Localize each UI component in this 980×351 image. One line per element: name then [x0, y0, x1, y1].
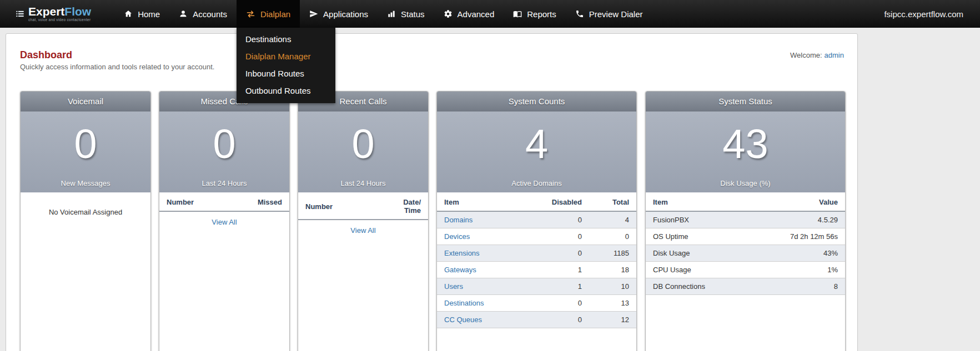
voicemail-card-title: Voicemail — [21, 91, 150, 111]
total-value: 10 — [589, 278, 636, 295]
nav-item-preview-dialer[interactable]: Preview Dialer — [566, 0, 652, 28]
dropdown-item-dialplan-manager[interactable]: Dialplan Manager — [237, 48, 335, 65]
book-icon — [513, 9, 522, 18]
recent-calls-hero: 0 Last 24 Hours — [298, 111, 428, 192]
item-link-devices[interactable]: Devices — [444, 232, 470, 241]
table-row: Disk Usage 43% — [646, 245, 845, 262]
table-row: CPU Usage 1% — [646, 262, 845, 278]
table-row: OS Uptime 7d 2h 12m 56s — [646, 228, 845, 245]
system-counts-card-title: System Counts — [437, 91, 636, 111]
nav-item-label: Applications — [323, 9, 368, 19]
system-counts-table: Item Disabled Total Domains 0 4 Devices … — [437, 192, 636, 328]
total-value: 13 — [589, 295, 636, 312]
recent-calls-view-all: View All — [298, 220, 428, 241]
recent-calls-card: Recent Calls 0 Last 24 Hours Number Date… — [298, 91, 429, 351]
system-counts-hero: 4 Active Domains — [437, 111, 636, 192]
dropdown-item-inbound-routes[interactable]: Inbound Routes — [237, 65, 335, 82]
status-item: FusionPBX — [646, 211, 773, 228]
column-header: Missed — [227, 192, 289, 211]
voicemail-card: Voicemail 0 New Messages No Voicemail As… — [20, 91, 151, 351]
gear-icon — [444, 9, 453, 18]
nav-item-label: Dialplan — [260, 9, 290, 19]
bar-chart-icon — [387, 9, 396, 18]
page-title: Dashboard — [20, 49, 72, 61]
system-counts-card: System Counts 4 Active Domains Item Disa… — [436, 91, 637, 351]
system-status-hero: 43 Disk Usage (%) — [646, 111, 845, 192]
missed-calls-card: Missed Calls 0 Last 24 Hours Number Miss… — [159, 91, 290, 351]
dropdown-item-destinations[interactable]: Destinations — [237, 30, 335, 48]
paper-plane-icon — [309, 9, 318, 18]
missed-calls-view-all: View All — [159, 212, 289, 232]
total-value: 0 — [589, 228, 636, 245]
nav-item-dialplan[interactable]: Dialplan Destinations Dialplan Manager I… — [237, 0, 300, 28]
welcome-user-link[interactable]: admin — [825, 51, 844, 59]
voicemail-count: 0 — [21, 111, 150, 165]
nav-item-home[interactable]: Home — [114, 0, 169, 28]
total-value: 12 — [589, 312, 636, 328]
item-link-gateways[interactable]: Gateways — [444, 266, 476, 274]
recent-calls-table: Number Date/ Time — [298, 192, 428, 220]
column-header: Value — [773, 192, 845, 211]
status-value: 8 — [773, 278, 845, 295]
voicemail-hero: 0 New Messages — [21, 111, 150, 192]
recent-calls-count-label: Last 24 Hours — [298, 179, 428, 187]
top-navbar: ExpertFlow chat, voice and video contact… — [0, 0, 980, 28]
table-row: Destinations 0 13 — [437, 295, 636, 312]
item-link-destinations[interactable]: Destinations — [444, 299, 484, 307]
nav-item-label: Reports — [527, 9, 556, 19]
table-row: FusionPBX 4.5.29 — [646, 211, 845, 228]
table-row: Extensions 0 1185 — [437, 245, 636, 262]
status-value: 1% — [773, 262, 845, 278]
item-link-extensions[interactable]: Extensions — [444, 249, 480, 257]
nav-item-label: Preview Dialer — [589, 9, 643, 19]
status-item: OS Uptime — [646, 228, 773, 245]
view-all-link[interactable]: View All — [350, 226, 375, 235]
menu-list-icon — [16, 9, 24, 18]
column-header: Item — [646, 192, 773, 211]
server-domain: fsipcc.expertflow.com — [884, 9, 963, 19]
brand-logo[interactable]: ExpertFlow chat, voice and video contact… — [16, 6, 91, 22]
missed-calls-hero: 0 Last 24 Hours — [159, 111, 289, 192]
disabled-value: 0 — [539, 228, 589, 245]
view-all-link[interactable]: View All — [212, 218, 237, 226]
column-header: Date/ Time — [371, 192, 428, 220]
main-nav: Home Accounts Dialplan Destinations Dial… — [114, 0, 652, 28]
brand-tagline: chat, voice and video contactcenter — [28, 18, 91, 22]
disabled-value: 0 — [539, 211, 589, 228]
item-link-domains[interactable]: Domains — [444, 216, 473, 224]
item-link-users[interactable]: Users — [444, 282, 463, 291]
system-status-count-label: Disk Usage (%) — [646, 179, 845, 187]
table-row: Gateways 1 18 — [437, 262, 636, 278]
brand-name: ExpertFlow — [28, 6, 91, 17]
recent-calls-count: 0 — [298, 111, 428, 165]
welcome-label: Welcome: — [790, 51, 822, 59]
disabled-value: 0 — [539, 295, 589, 312]
system-status-count: 43 — [646, 111, 845, 165]
dropdown-item-outbound-routes[interactable]: Outbound Routes — [237, 82, 335, 99]
voicemail-empty-text: No Voicemail Assigned — [21, 192, 150, 216]
nav-item-accounts[interactable]: Accounts — [169, 0, 237, 28]
table-row: Users 1 10 — [437, 278, 636, 295]
nav-item-status[interactable]: Status — [378, 0, 434, 28]
nav-item-label: Accounts — [193, 9, 227, 19]
nav-item-label: Home — [138, 9, 160, 19]
nav-item-label: Advanced — [458, 9, 495, 19]
column-header: Disabled — [539, 192, 589, 211]
status-item: Disk Usage — [646, 245, 773, 262]
nav-item-reports[interactable]: Reports — [504, 0, 566, 28]
system-status-card-title: System Status — [646, 91, 845, 111]
total-value: 1185 — [589, 245, 636, 262]
system-counts-count-label: Active Domains — [437, 179, 636, 187]
table-row: CC Queues 0 12 — [437, 312, 636, 328]
disabled-value: 0 — [539, 245, 589, 262]
welcome-text: Welcome:admin — [790, 51, 844, 59]
system-counts-count: 4 — [437, 111, 636, 165]
status-value: 7d 2h 12m 56s — [773, 228, 845, 245]
nav-item-applications[interactable]: Applications — [300, 0, 378, 28]
user-icon — [179, 9, 188, 18]
page-subtitle: Quickly access information and tools rel… — [20, 63, 214, 71]
item-link-cc-queues[interactable]: CC Queues — [444, 316, 482, 324]
disabled-value: 0 — [539, 312, 589, 328]
status-item: CPU Usage — [646, 262, 773, 278]
nav-item-advanced[interactable]: Advanced — [434, 0, 504, 28]
